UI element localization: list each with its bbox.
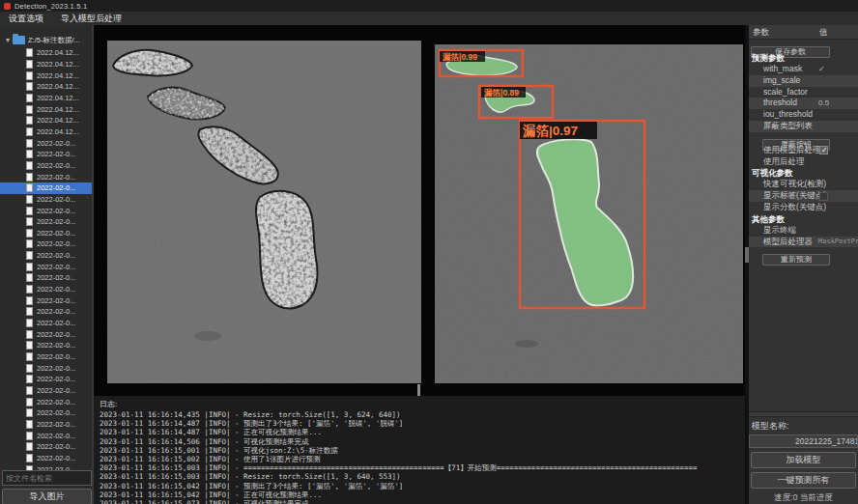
param-row[interactable]: 模型后处理器MaskPostPro bbox=[749, 237, 858, 248]
tree-file-item[interactable]: 2022-02-0... bbox=[0, 238, 94, 250]
tree-file-item[interactable]: 2022.04.12... bbox=[0, 70, 94, 81]
prediction-image-view[interactable]: 漏箔|0.99 漏箔|0.89 漏箔|0.97 bbox=[435, 44, 743, 383]
param-row[interactable]: 显示标签(关键点) bbox=[749, 190, 858, 202]
param-button-row: 重新预测 bbox=[749, 247, 858, 260]
tree-file-item[interactable]: 2022-02-0... bbox=[0, 362, 94, 374]
tree-file-item[interactable]: 2022-02-0... bbox=[0, 284, 94, 295]
expand-arrow-icon[interactable]: ▾ bbox=[3, 36, 13, 44]
tree-file-item[interactable]: 2022-02-0... bbox=[0, 306, 94, 318]
file-icon bbox=[26, 71, 33, 80]
param-row[interactable]: with_mask✓ bbox=[749, 64, 858, 75]
log-title: 日志: bbox=[94, 396, 745, 410]
file-name: 2022-02-0... bbox=[37, 375, 75, 383]
param-label: img_scale bbox=[763, 75, 800, 85]
file-name: 2022-02-0... bbox=[37, 341, 75, 350]
menu-settings[interactable]: 设置选项 bbox=[0, 13, 52, 25]
param-row[interactable]: 使用后处理 bbox=[749, 156, 858, 168]
tree-file-item[interactable]: 2022-02-0... bbox=[0, 441, 94, 453]
file-icon bbox=[26, 352, 33, 361]
file-icon bbox=[26, 341, 33, 350]
param-checkbox[interactable] bbox=[819, 146, 828, 154]
tree-file-item[interactable]: 2022-02-0... bbox=[0, 149, 94, 160]
param-row[interactable]: 显示分数(关键点) bbox=[749, 202, 858, 213]
tree-file-item[interactable]: 2022-02-0... bbox=[0, 396, 94, 407]
tree-file-item[interactable]: 2022-02-0... bbox=[0, 228, 94, 239]
tree-file-item[interactable]: 2022-02-0... bbox=[0, 463, 94, 470]
tree-file-item[interactable]: 2022-02-0... bbox=[0, 194, 94, 206]
param-row[interactable]: img_scale bbox=[749, 75, 858, 87]
file-icon bbox=[26, 364, 33, 373]
predict-all-button[interactable]: 一键预测所有 bbox=[751, 472, 856, 489]
file-icon bbox=[26, 217, 33, 226]
tree-file-item[interactable]: 2022-02-0... bbox=[0, 171, 94, 182]
tree-file-item[interactable]: 2022.04.12... bbox=[0, 47, 94, 59]
log-lines[interactable]: 2023-01-11 16:16:14,435 |INFO| - Resize:… bbox=[94, 410, 745, 504]
source-image-view[interactable] bbox=[107, 41, 421, 383]
tree-file-item[interactable]: 2022-02-0... bbox=[0, 137, 94, 149]
file-icon bbox=[26, 408, 33, 417]
tree-file-item[interactable]: 2022-02-0... bbox=[0, 419, 94, 431]
tree-file-item[interactable]: 2022-02-0... bbox=[0, 374, 94, 385]
tree-root-item[interactable]: ▾ Z:/5-标注数据/... bbox=[0, 34, 94, 46]
file-name: 2022-02-0... bbox=[37, 285, 75, 294]
param-button-row: 屏蔽按钮 bbox=[749, 132, 858, 145]
load-model-button[interactable]: 加载模型 bbox=[751, 452, 856, 468]
param-row[interactable]: 快速可视化(检测) bbox=[749, 179, 858, 190]
tree-file-item[interactable]: 2022-02-0... bbox=[0, 294, 94, 306]
tree-file-item[interactable]: 2022.04.12... bbox=[0, 126, 94, 138]
tree-file-item[interactable]: 2022.04.12... bbox=[0, 93, 94, 104]
tree-file-item[interactable]: 2022-02-0... bbox=[0, 351, 94, 363]
param-label: 快速可视化(检测) bbox=[763, 179, 826, 188]
tree-file-item[interactable]: 2022-02-0... bbox=[0, 453, 94, 464]
param-row[interactable]: 屏蔽类型列表 bbox=[749, 121, 858, 132]
log-line: 2023-01-11 16:16:14,487 |INFO| - 正在可视化预测… bbox=[100, 428, 745, 436]
tree-file-item[interactable]: 2022-02-0... bbox=[0, 160, 94, 172]
splitter-handle[interactable] bbox=[417, 384, 420, 396]
file-icon bbox=[26, 82, 33, 91]
titlebar: Detection_2023.1.5.1 bbox=[0, 0, 858, 12]
tree-file-item[interactable]: 2022-02-0... bbox=[0, 318, 94, 329]
param-row[interactable]: threshold0.5 bbox=[749, 98, 858, 109]
tree-file-item[interactable]: 2022-02-0... bbox=[0, 205, 94, 216]
param-label: 使用模型后处理 bbox=[763, 145, 821, 154]
tree-file-item[interactable]: 2022-02-0... bbox=[0, 272, 94, 284]
param-row[interactable]: iou_threshold bbox=[749, 109, 858, 121]
model-section: 模型名称: 20221225_174813 加载模型 一键预测所有 速度:0 当… bbox=[749, 411, 858, 504]
file-name: 2022-02-0... bbox=[37, 150, 75, 158]
tree-file-item[interactable]: 2022-02-0... bbox=[0, 430, 94, 441]
file-name: 2022-02-0... bbox=[37, 239, 75, 248]
param-label: 显示标签(关键点) bbox=[763, 190, 826, 200]
param-label: 使用后处理 bbox=[763, 156, 805, 166]
param-button[interactable]: 重新预测 bbox=[762, 254, 830, 266]
param-row[interactable]: scale_factor bbox=[749, 87, 858, 98]
file-icon bbox=[26, 432, 33, 440]
tree-file-item[interactable]: 2022.04.12... bbox=[0, 103, 94, 115]
menu-import-model-postprocess[interactable]: 导入模型后处理 bbox=[52, 13, 130, 25]
file-list: 2022.04.12...2022.04.12...2022.04.12...2… bbox=[0, 47, 94, 470]
tree-root-label: Z:/5-标注数据/... bbox=[28, 36, 80, 45]
tree-file-item[interactable]: 2022-02-0... bbox=[0, 261, 94, 272]
file-icon bbox=[26, 386, 33, 395]
tree-file-item[interactable]: 2022.04.12... bbox=[0, 115, 94, 126]
tree-file-item[interactable]: 2022-02-0... bbox=[0, 340, 94, 351]
tree-file-item[interactable]: 2022-02-0... bbox=[0, 407, 94, 419]
tree-file-item[interactable]: 2022-02-0... bbox=[0, 250, 94, 262]
param-checkbox[interactable] bbox=[819, 192, 828, 201]
tree-file-item[interactable]: 2022.04.12... bbox=[0, 59, 94, 70]
param-row[interactable]: 显示终端 bbox=[749, 225, 858, 237]
file-icon bbox=[26, 127, 33, 136]
params-header-value: 值 bbox=[819, 25, 828, 40]
model-name-field[interactable]: 20221225_174813 bbox=[749, 434, 858, 448]
filename-search-input[interactable] bbox=[2, 470, 92, 486]
import-images-button[interactable]: 导入图片 bbox=[2, 489, 92, 504]
param-row[interactable]: 使用模型后处理 bbox=[749, 145, 858, 156]
tree-file-item[interactable]: 2022.04.12... bbox=[0, 81, 94, 93]
tree-file-item[interactable]: 2022-02-0... bbox=[0, 385, 94, 397]
file-name: 2022.04.12... bbox=[37, 116, 79, 125]
log-line: 2023-01-11 16:16:15,042 |INFO| - 正在可视化预测… bbox=[100, 490, 745, 499]
file-name: 2022-02-0... bbox=[37, 217, 75, 226]
tree-file-item[interactable]: 2022-02-0... bbox=[0, 182, 94, 194]
tree-file-item[interactable]: 2022-02-0... bbox=[0, 328, 94, 340]
tree-file-item[interactable]: 2022-02-0... bbox=[0, 216, 94, 228]
log-line: 2023-01-11 16:16:15,002 |INFO| - 使用了1张图片… bbox=[100, 455, 745, 463]
